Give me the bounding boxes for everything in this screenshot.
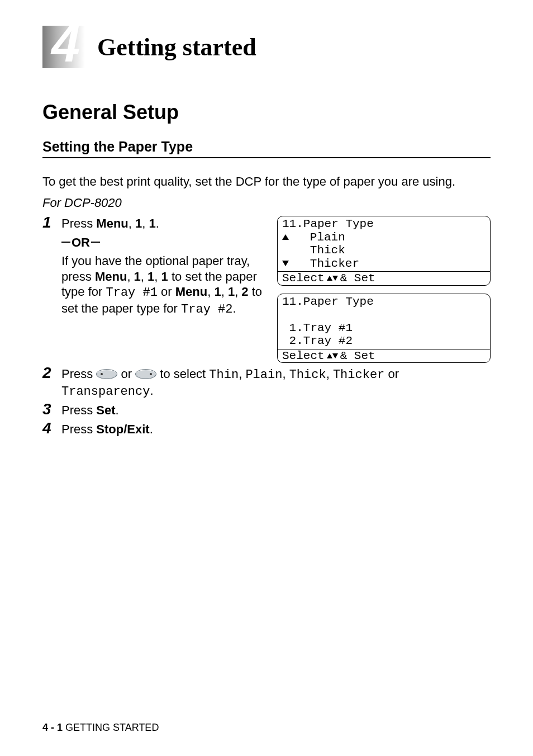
updown-icon [327, 276, 338, 281]
key-1: 1 [161, 270, 168, 284]
text: , [282, 367, 289, 381]
lcd-column: 11.Paper Type Plain Thick Thicker Select… [277, 216, 491, 363]
text: . [150, 384, 153, 398]
triangle-up-icon [282, 234, 289, 240]
text: or [121, 367, 135, 381]
lcd-select-text: & Set [340, 272, 375, 285]
lcd-select-text: Select [282, 272, 325, 285]
text: , [207, 285, 214, 299]
step-number: 3 [42, 401, 61, 417]
text: , [239, 367, 245, 381]
chapter-badge: 4 [42, 26, 85, 68]
option-plain: Plain [245, 368, 282, 382]
text: , [142, 216, 149, 230]
option-thicker: Thicker [333, 368, 384, 382]
text: . [150, 422, 153, 436]
step-3: 3 Press Set. [42, 403, 491, 418]
menu-label: Menu [175, 285, 207, 299]
key-1: 1 [134, 270, 141, 284]
step-1-body: Press Menu, 1, 1. OR If you have the opt… [61, 216, 263, 317]
lcd-select-text: & Set [340, 349, 375, 363]
lcd-display-2: 11.Paper Type 1.Tray #1 2.Tray #2 Select… [277, 294, 491, 363]
option-thick: Thick [289, 368, 326, 382]
text: , [235, 285, 241, 299]
lcd-row: 1.Tray #1 [278, 322, 490, 335]
step-1: 1 Press Menu, 1, 1. OR If you have the o… [42, 216, 491, 363]
set-label: Set [96, 403, 115, 417]
lcd-blank [278, 308, 490, 322]
step-number: 1 [42, 215, 61, 230]
option-transparency: Transparency [61, 385, 150, 399]
lcd-select-row: Select & Set [278, 349, 490, 363]
footer-label: GETTING STARTED [63, 722, 159, 733]
step-number: 4 [42, 420, 61, 436]
option-thin: Thin [209, 368, 239, 382]
lcd-text: 2.Tray #2 [282, 334, 353, 348]
subsection-wrap: Setting the Paper Type [42, 139, 491, 158]
stop-exit-label: Stop/Exit [96, 422, 149, 436]
text: Press [61, 216, 96, 230]
dash-icon [61, 242, 70, 243]
key-2: 2 [241, 285, 248, 299]
menu-label: Menu [95, 270, 127, 284]
text: . [156, 216, 159, 230]
step-2: 2 Press or to select Thin, Plain, Thick,… [42, 366, 491, 399]
subsection-heading: Setting the Paper Type [42, 139, 491, 155]
lcd-row: 2.Tray #2 [278, 334, 490, 348]
text: Press [61, 367, 96, 381]
dash-icon [91, 242, 100, 243]
key-1: 1 [147, 270, 154, 284]
chapter-number: 4 [51, 18, 80, 69]
page-number: 4 - 1 [42, 722, 63, 733]
key-1: 1 [214, 285, 221, 299]
text: to select [160, 367, 209, 381]
chapter-title: Getting started [97, 33, 256, 62]
key-1: 1 [135, 216, 142, 230]
or-separator: OR [61, 235, 263, 251]
page: 4 Getting started General Setup Setting … [0, 0, 533, 756]
lcd-title: 11.Paper Type [278, 295, 490, 309]
lcd-text: Thick [289, 244, 345, 257]
chapter-header: 4 Getting started [42, 26, 491, 68]
step-4-body: Press Stop/Exit. [61, 422, 491, 437]
steps-list: 1 Press Menu, 1, 1. OR If you have the o… [42, 216, 491, 437]
menu-label: Menu [96, 216, 128, 230]
section-heading: General Setup [42, 101, 491, 124]
text: , [154, 270, 161, 284]
text: , [326, 367, 333, 381]
or-label: OR [72, 235, 90, 251]
nav-right-button-icon [135, 369, 156, 379]
lcd-title: 11.Paper Type [278, 218, 490, 231]
step-4: 4 Press Stop/Exit. [42, 422, 491, 437]
text: , [141, 270, 147, 284]
text: . [232, 301, 236, 315]
lcd-select-text: Select [282, 349, 325, 363]
text: . [116, 403, 119, 417]
lcd-text: Thicker [289, 257, 359, 271]
text: , [221, 285, 228, 299]
lcd-display-1: 11.Paper Type Plain Thick Thicker Select… [277, 216, 491, 286]
nav-left-button-icon [96, 369, 117, 379]
tray-1-mono: Tray #1 [106, 286, 157, 300]
text: Press [61, 403, 96, 417]
lcd-row: Thicker [278, 257, 490, 271]
key-1: 1 [149, 216, 156, 230]
lcd-row: Thick [278, 244, 490, 257]
key-1: 1 [228, 285, 235, 299]
text: Press [61, 422, 96, 436]
step-3-body: Press Set. [61, 403, 491, 418]
lcd-select-row: Select & Set [278, 271, 490, 285]
lcd-text: Plain [289, 231, 345, 244]
text: or [158, 285, 175, 299]
text: or [384, 367, 399, 381]
updown-icon [327, 353, 338, 358]
model-note: For DCP-8020 [42, 195, 491, 211]
page-footer: 4 - 1 GETTING STARTED [42, 722, 159, 734]
lcd-row: Plain [278, 231, 490, 244]
intro-text: To get the best print quality, set the D… [42, 174, 491, 190]
lcd-text: 1.Tray #1 [282, 322, 353, 335]
step-2-body: Press or to select Thin, Plain, Thick, T… [61, 366, 491, 399]
text: , [127, 270, 134, 284]
triangle-down-icon [282, 261, 289, 266]
text: , [129, 216, 135, 230]
